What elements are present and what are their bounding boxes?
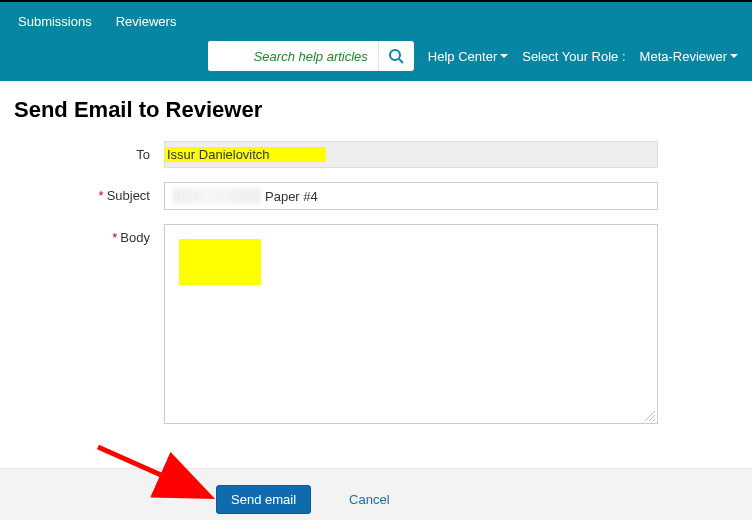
search-icon bbox=[388, 48, 404, 64]
footer-bar: Send email Cancel bbox=[0, 468, 752, 520]
body-label: *Body bbox=[14, 224, 164, 245]
search-button[interactable] bbox=[378, 41, 414, 71]
select-role-text: Select Your Role : bbox=[522, 49, 625, 64]
to-field: Issur Danielovitch bbox=[164, 141, 658, 168]
to-value: Issur Danielovitch bbox=[165, 147, 326, 162]
to-label: To bbox=[14, 141, 164, 162]
subject-label: *Subject bbox=[14, 182, 164, 203]
svg-line-1 bbox=[399, 59, 403, 63]
redacted-highlight bbox=[179, 239, 261, 285]
cancel-button[interactable]: Cancel bbox=[349, 492, 389, 507]
meta-reviewer-label: Meta-Reviewer bbox=[640, 49, 727, 64]
help-center-dropdown[interactable]: Help Center bbox=[428, 49, 508, 64]
caret-down-icon bbox=[500, 54, 508, 58]
nav-submissions[interactable]: Submissions bbox=[18, 14, 92, 29]
subject-value: Paper #4 bbox=[265, 189, 318, 204]
page-title: Send Email to Reviewer bbox=[0, 81, 752, 141]
redacted-text bbox=[173, 188, 261, 204]
svg-line-4 bbox=[653, 419, 655, 421]
svg-point-0 bbox=[390, 50, 400, 60]
body-textarea[interactable] bbox=[164, 224, 658, 424]
svg-line-3 bbox=[649, 415, 655, 421]
caret-down-icon bbox=[730, 54, 738, 58]
nav-reviewers[interactable]: Reviewers bbox=[116, 14, 177, 29]
subject-input[interactable]: Paper #4 bbox=[164, 182, 658, 210]
select-role-label: Select Your Role : bbox=[522, 49, 625, 64]
search-container bbox=[208, 41, 414, 71]
subject-label-text: Subject bbox=[107, 188, 150, 203]
search-input[interactable] bbox=[208, 41, 378, 71]
resize-grip-icon bbox=[643, 409, 655, 421]
help-center-label: Help Center bbox=[428, 49, 497, 64]
send-email-button[interactable]: Send email bbox=[216, 485, 311, 514]
body-label-text: Body bbox=[120, 230, 150, 245]
top-navbar: Submissions Reviewers Help Center Select… bbox=[0, 2, 752, 81]
meta-reviewer-dropdown[interactable]: Meta-Reviewer bbox=[640, 49, 738, 64]
email-form: To Issur Danielovitch *Subject Paper #4 … bbox=[0, 141, 752, 468]
svg-line-2 bbox=[645, 411, 655, 421]
